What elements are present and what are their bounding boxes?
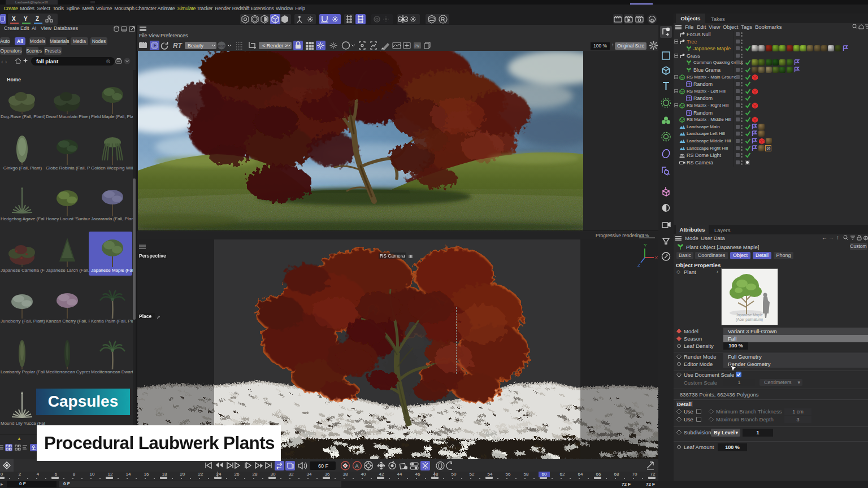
svg-text:➚: ➚ [157,315,160,320]
svg-text:PV: PV [415,44,420,48]
svg-text:RS Camera: RS Camera [380,253,405,259]
svg-text:< Render >: < Render > [262,43,288,49]
svg-text:Grid Spacing : 5000 km: Grid Spacing : 5000 km [613,450,657,455]
svg-text:Japanese Maple: Japanese Maple [736,313,763,317]
svg-text:Perspective: Perspective [139,253,166,259]
svg-text:Y: Y [644,243,647,248]
svg-text:(Acer palmatum): (Acer palmatum) [736,317,763,322]
svg-text:RGB: RGB [218,45,225,48]
svg-text:RT: RT [173,42,183,50]
svg-text:Place: Place [139,313,151,319]
svg-text:60 F: 60 F [318,463,329,469]
svg-text:▣: ▣ [409,254,413,259]
svg-text:Beauty: Beauty [188,43,204,49]
svg-text:A: A [355,463,359,469]
svg-text:Z: Z [637,263,640,268]
